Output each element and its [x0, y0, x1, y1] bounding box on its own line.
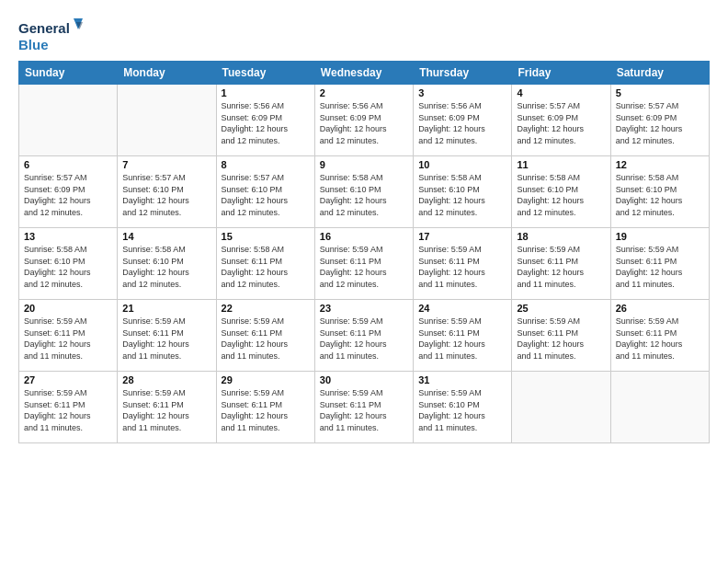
- day-number: 31: [418, 374, 506, 385]
- calendar-cell: 18Sunrise: 5:59 AMSunset: 6:11 PMDayligh…: [512, 228, 610, 300]
- weekday-header-thursday: Thursday: [414, 62, 512, 85]
- day-info: Sunrise: 5:59 AMSunset: 6:11 PMDaylight:…: [222, 387, 310, 433]
- calendar-cell: [118, 85, 216, 156]
- day-info: Sunrise: 5:59 AMSunset: 6:11 PMDaylight:…: [320, 244, 408, 290]
- calendar: SundayMondayTuesdayWednesdayThursdayFrid…: [18, 61, 710, 443]
- day-info: Sunrise: 5:58 AMSunset: 6:10 PMDaylight:…: [517, 172, 605, 218]
- calendar-cell: 16Sunrise: 5:59 AMSunset: 6:11 PMDayligh…: [314, 228, 413, 300]
- day-info: Sunrise: 5:58 AMSunset: 6:10 PMDaylight:…: [320, 172, 408, 218]
- day-info: Sunrise: 5:58 AMSunset: 6:10 PMDaylight:…: [122, 244, 210, 290]
- logo: General Blue: [18, 17, 83, 55]
- day-info: Sunrise: 5:58 AMSunset: 6:10 PMDaylight:…: [24, 244, 112, 290]
- calendar-cell: [512, 372, 610, 443]
- calendar-cell: 27Sunrise: 5:59 AMSunset: 6:11 PMDayligh…: [19, 372, 118, 443]
- day-info: Sunrise: 5:59 AMSunset: 6:11 PMDaylight:…: [24, 316, 112, 362]
- day-info: Sunrise: 5:56 AMSunset: 6:09 PMDaylight:…: [222, 100, 310, 146]
- day-number: 4: [517, 87, 605, 98]
- calendar-cell: 22Sunrise: 5:59 AMSunset: 6:11 PMDayligh…: [216, 300, 314, 372]
- day-info: Sunrise: 5:59 AMSunset: 6:11 PMDaylight:…: [24, 387, 112, 433]
- day-info: Sunrise: 5:59 AMSunset: 6:11 PMDaylight:…: [418, 244, 506, 290]
- weekday-header-tuesday: Tuesday: [216, 62, 314, 85]
- calendar-cell: 10Sunrise: 5:58 AMSunset: 6:10 PMDayligh…: [414, 156, 512, 228]
- calendar-cell: 6Sunrise: 5:57 AMSunset: 6:09 PMDaylight…: [19, 156, 118, 228]
- day-info: Sunrise: 5:59 AMSunset: 6:11 PMDaylight:…: [122, 387, 210, 433]
- calendar-cell: 19Sunrise: 5:59 AMSunset: 6:11 PMDayligh…: [610, 228, 709, 300]
- day-info: Sunrise: 5:58 AMSunset: 6:10 PMDaylight:…: [418, 172, 506, 218]
- page: General Blue SundayMondayTuesdayWednesda…: [0, 0, 728, 563]
- calendar-cell: 15Sunrise: 5:58 AMSunset: 6:11 PMDayligh…: [216, 228, 314, 300]
- day-number: 22: [222, 303, 310, 314]
- calendar-cell: 29Sunrise: 5:59 AMSunset: 6:11 PMDayligh…: [216, 372, 314, 443]
- calendar-cell: 31Sunrise: 5:59 AMSunset: 6:10 PMDayligh…: [414, 372, 512, 443]
- day-number: 26: [616, 303, 704, 314]
- day-info: Sunrise: 5:59 AMSunset: 6:11 PMDaylight:…: [517, 316, 605, 362]
- calendar-cell: 30Sunrise: 5:59 AMSunset: 6:11 PMDayligh…: [314, 372, 413, 443]
- calendar-cell: 13Sunrise: 5:58 AMSunset: 6:10 PMDayligh…: [19, 228, 118, 300]
- day-info: Sunrise: 5:59 AMSunset: 6:11 PMDaylight:…: [320, 387, 408, 433]
- day-info: Sunrise: 5:59 AMSunset: 6:11 PMDaylight:…: [222, 316, 310, 362]
- day-info: Sunrise: 5:57 AMSunset: 6:10 PMDaylight:…: [122, 172, 210, 218]
- day-number: 3: [418, 87, 506, 98]
- weekday-header-saturday: Saturday: [610, 62, 709, 85]
- calendar-cell: 1Sunrise: 5:56 AMSunset: 6:09 PMDaylight…: [216, 85, 314, 156]
- day-info: Sunrise: 5:59 AMSunset: 6:11 PMDaylight:…: [616, 244, 704, 290]
- day-number: 25: [517, 303, 605, 314]
- calendar-cell: 5Sunrise: 5:57 AMSunset: 6:09 PMDaylight…: [610, 85, 709, 156]
- day-number: 11: [517, 159, 605, 170]
- day-number: 12: [616, 159, 704, 170]
- day-info: Sunrise: 5:56 AMSunset: 6:09 PMDaylight:…: [418, 100, 506, 146]
- weekday-header-sunday: Sunday: [19, 62, 118, 85]
- day-number: 27: [24, 374, 112, 385]
- header: General Blue: [18, 17, 710, 55]
- day-number: 21: [122, 303, 210, 314]
- day-number: 8: [222, 159, 310, 170]
- calendar-cell: 12Sunrise: 5:58 AMSunset: 6:10 PMDayligh…: [610, 156, 709, 228]
- svg-text:Blue: Blue: [18, 37, 49, 52]
- day-number: 10: [418, 159, 506, 170]
- day-info: Sunrise: 5:59 AMSunset: 6:11 PMDaylight:…: [616, 316, 704, 362]
- calendar-cell: 17Sunrise: 5:59 AMSunset: 6:11 PMDayligh…: [414, 228, 512, 300]
- day-number: 23: [320, 303, 408, 314]
- weekday-header-monday: Monday: [118, 62, 216, 85]
- day-info: Sunrise: 5:58 AMSunset: 6:11 PMDaylight:…: [222, 244, 310, 290]
- calendar-cell: 20Sunrise: 5:59 AMSunset: 6:11 PMDayligh…: [19, 300, 118, 372]
- calendar-week-3: 13Sunrise: 5:58 AMSunset: 6:10 PMDayligh…: [19, 228, 710, 300]
- day-number: 7: [122, 159, 210, 170]
- svg-text:General: General: [18, 20, 70, 36]
- weekday-header-friday: Friday: [512, 62, 610, 85]
- day-info: Sunrise: 5:59 AMSunset: 6:10 PMDaylight:…: [418, 387, 506, 433]
- calendar-cell: 7Sunrise: 5:57 AMSunset: 6:10 PMDaylight…: [118, 156, 216, 228]
- day-number: 18: [517, 231, 605, 242]
- day-info: Sunrise: 5:57 AMSunset: 6:10 PMDaylight:…: [222, 172, 310, 218]
- day-number: 17: [418, 231, 506, 242]
- day-info: Sunrise: 5:58 AMSunset: 6:10 PMDaylight:…: [616, 172, 704, 218]
- calendar-cell: 21Sunrise: 5:59 AMSunset: 6:11 PMDayligh…: [118, 300, 216, 372]
- calendar-cell: 2Sunrise: 5:56 AMSunset: 6:09 PMDaylight…: [314, 85, 413, 156]
- day-info: Sunrise: 5:57 AMSunset: 6:09 PMDaylight:…: [517, 100, 605, 146]
- day-number: 29: [222, 374, 310, 385]
- calendar-cell: 4Sunrise: 5:57 AMSunset: 6:09 PMDaylight…: [512, 85, 610, 156]
- calendar-cell: 24Sunrise: 5:59 AMSunset: 6:11 PMDayligh…: [414, 300, 512, 372]
- calendar-week-5: 27Sunrise: 5:59 AMSunset: 6:11 PMDayligh…: [19, 372, 710, 443]
- calendar-cell: 9Sunrise: 5:58 AMSunset: 6:10 PMDaylight…: [314, 156, 413, 228]
- day-info: Sunrise: 5:59 AMSunset: 6:11 PMDaylight:…: [418, 316, 506, 362]
- day-number: 24: [418, 303, 506, 314]
- calendar-cell: 28Sunrise: 5:59 AMSunset: 6:11 PMDayligh…: [118, 372, 216, 443]
- day-info: Sunrise: 5:59 AMSunset: 6:11 PMDaylight:…: [320, 316, 408, 362]
- day-info: Sunrise: 5:59 AMSunset: 6:11 PMDaylight:…: [517, 244, 605, 290]
- calendar-cell: 8Sunrise: 5:57 AMSunset: 6:10 PMDaylight…: [216, 156, 314, 228]
- weekday-header-wednesday: Wednesday: [314, 62, 413, 85]
- day-info: Sunrise: 5:57 AMSunset: 6:09 PMDaylight:…: [616, 100, 704, 146]
- calendar-cell: 14Sunrise: 5:58 AMSunset: 6:10 PMDayligh…: [118, 228, 216, 300]
- day-number: 5: [616, 87, 704, 98]
- calendar-cell: 26Sunrise: 5:59 AMSunset: 6:11 PMDayligh…: [610, 300, 709, 372]
- calendar-week-2: 6Sunrise: 5:57 AMSunset: 6:09 PMDaylight…: [19, 156, 710, 228]
- calendar-cell: [610, 372, 709, 443]
- day-number: 13: [24, 231, 112, 242]
- day-number: 28: [122, 374, 210, 385]
- day-info: Sunrise: 5:56 AMSunset: 6:09 PMDaylight:…: [320, 100, 408, 146]
- day-number: 6: [24, 159, 112, 170]
- day-number: 9: [320, 159, 408, 170]
- day-number: 14: [122, 231, 210, 242]
- day-number: 2: [320, 87, 408, 98]
